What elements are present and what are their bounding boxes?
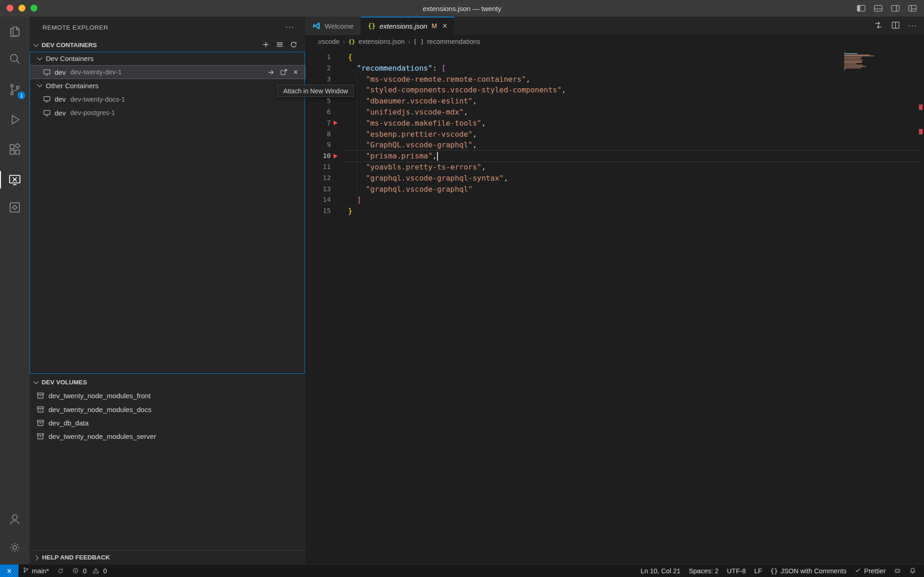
- overview-ruler-mark: [919, 129, 923, 134]
- tab-extensions-json[interactable]: {} extensions.json M: [361, 17, 455, 35]
- search-icon[interactable]: [0, 46, 30, 72]
- section-dev-volumes[interactable]: DEV VOLUMES: [30, 376, 305, 389]
- section-help-feedback[interactable]: HELP AND FEEDBACK: [30, 550, 305, 564]
- code-line-4[interactable]: 4 "styled-components.vscode-styled-compo…: [305, 85, 924, 96]
- json-file-icon: {}: [368, 22, 375, 30]
- code-text: ]: [348, 194, 361, 206]
- code-line-9[interactable]: 9 "GraphQL.vscode-graphql",: [305, 140, 924, 151]
- encoding[interactable]: UTF-8: [723, 565, 750, 577]
- line-number: 2: [305, 63, 331, 74]
- chevron-down-icon: [37, 55, 42, 60]
- breadcrumb-symbol[interactable]: recommendations: [427, 38, 480, 45]
- copilot-icon[interactable]: [890, 565, 905, 577]
- volume-item-dev_twenty_node_modules_docs[interactable]: dev_twenty_node_modules_docs: [30, 402, 305, 416]
- line-number: 7: [305, 118, 331, 129]
- tree-group-other-containers[interactable]: Other Containers: [30, 79, 305, 92]
- git-branch-item[interactable]: main*: [18, 565, 53, 577]
- volume-item-dev_twenty_node_modules_server[interactable]: dev_twenty_node_modules_server: [30, 430, 305, 443]
- code-line-11[interactable]: 11 "yoavbls.pretty-ts-errors",: [305, 162, 924, 173]
- code-text: "prisma.prisma",: [348, 151, 437, 162]
- problems-item[interactable]: 0 0: [68, 565, 111, 577]
- activity-bar: 1: [0, 17, 30, 564]
- close-tab-icon[interactable]: [443, 22, 448, 30]
- section-dev-containers[interactable]: DEV CONTAINERS: [30, 38, 305, 52]
- cursor-position[interactable]: Ln 10, Col 21: [637, 565, 685, 577]
- code-line-7[interactable]: 7 "ms-vscode.makefile-tools",: [305, 118, 924, 129]
- indentation[interactable]: Spaces: 2: [685, 565, 723, 577]
- run-debug-icon[interactable]: [0, 107, 30, 133]
- check-icon: [855, 567, 861, 575]
- chevron-down-icon: [33, 379, 38, 384]
- toggle-primary-sidebar-icon[interactable]: [856, 3, 866, 13]
- code-line-2[interactable]: 2 "recommendations": [: [305, 63, 924, 74]
- git-deleted-marker: [334, 154, 338, 158]
- code-line-3[interactable]: 3 "ms-vscode-remote.remote-containers",: [305, 74, 924, 85]
- code-line-6[interactable]: 6 "unifiedjs.vscode-mdx",: [305, 107, 924, 118]
- line-number: 5: [305, 96, 331, 107]
- remote-explorer-sidebar: REMOTE EXPLORER DEV CONTAINERS Dev Conta…: [30, 17, 305, 564]
- breadcrumb-file[interactable]: extensions.json: [359, 38, 405, 45]
- remote-indicator[interactable]: [0, 565, 18, 577]
- new-container-plus-icon[interactable]: [262, 41, 270, 50]
- volume-icon: [36, 419, 44, 427]
- code-line-12[interactable]: 12 "graphql.vscode-graphql-syntax",: [305, 173, 924, 184]
- code-line-1[interactable]: 1{: [305, 52, 924, 63]
- container-item-dev-twenty-docs-1[interactable]: devdev-twenty-docs-1: [30, 92, 305, 106]
- code-text: }: [348, 206, 353, 217]
- open-changes-icon[interactable]: [874, 20, 883, 32]
- notifications-bell-icon[interactable]: [905, 565, 920, 577]
- window-title: extensions.json — twenty: [0, 0, 924, 17]
- volume-item-dev_db_data[interactable]: dev_db_data: [30, 416, 305, 430]
- code-line-5[interactable]: 5 "dbaeumer.vscode-eslint",: [305, 96, 924, 107]
- volume-icon: [36, 432, 44, 440]
- toggle-panel-icon[interactable]: [873, 3, 883, 13]
- git-modified-badge: M: [432, 22, 437, 30]
- volume-item-dev_twenty_node_modules_front[interactable]: dev_twenty_node_modules_front: [30, 389, 305, 402]
- array-symbol-icon: [ ]: [413, 38, 424, 45]
- code-line-13[interactable]: 13 "graphql.vscode-graphql": [305, 184, 924, 195]
- dev-containers-icon[interactable]: [0, 194, 30, 220]
- section-actions: [262, 41, 305, 50]
- breadcrumb-folder[interactable]: .vscode: [316, 38, 340, 45]
- remote-explorer-icon[interactable]: [0, 167, 30, 193]
- attach-new-window-icon[interactable]: [280, 68, 288, 76]
- vscode-window: extensions.json — twenty 1 REMOTE EXPLOR…: [0, 0, 924, 577]
- line-number: 14: [305, 194, 331, 206]
- volume-icon: [36, 406, 44, 413]
- more-actions-icon[interactable]: [285, 23, 294, 32]
- account-icon[interactable]: [0, 506, 30, 532]
- settings-gear-icon[interactable]: [0, 534, 30, 560]
- toggle-secondary-sidebar-icon[interactable]: [890, 3, 900, 13]
- attach-shell-icon[interactable]: [267, 68, 275, 76]
- explorer-icon[interactable]: [0, 18, 30, 44]
- more-actions-icon[interactable]: [908, 21, 917, 30]
- formatter-item[interactable]: Prettier: [851, 565, 890, 577]
- json-symbol-icon: {}: [348, 38, 355, 45]
- code-text: "ms-vscode.makefile-tools",: [348, 118, 486, 129]
- editor-pane[interactable]: 1{2 "recommendations": [3 "ms-vscode-rem…: [305, 48, 924, 564]
- refresh-icon[interactable]: [290, 41, 298, 50]
- list-view-icon[interactable]: [276, 41, 284, 50]
- code-line-10[interactable]: 10 "prisma.prisma",: [305, 151, 924, 162]
- code-line-8[interactable]: 8 "esbenp.prettier-vscode",: [305, 129, 924, 140]
- eol-selector[interactable]: LF: [750, 565, 766, 577]
- code-text: "graphql.vscode-graphql-syntax",: [348, 173, 508, 184]
- sync-changes-icon[interactable]: [53, 565, 68, 577]
- customize-layout-icon[interactable]: [907, 3, 918, 13]
- container-item-dev-twenty-dev-1[interactable]: devdev-twenty-dev-1: [30, 65, 305, 79]
- code-line-15[interactable]: 15}: [305, 206, 924, 217]
- tree-group-dev-containers[interactable]: Dev Containers: [30, 52, 305, 65]
- minimap[interactable]: [844, 52, 881, 71]
- overview-ruler-mark: [919, 104, 923, 110]
- source-control-icon[interactable]: 1: [0, 77, 30, 103]
- code-line-14[interactable]: 14 ]: [305, 194, 924, 206]
- dev-volumes-list: dev_twenty_node_modules_frontdev_twenty_…: [30, 389, 305, 443]
- container-item-dev-postgres-1[interactable]: devdev-postgres-1: [30, 106, 305, 120]
- line-number: 8: [305, 129, 331, 140]
- tab-welcome[interactable]: Welcome: [305, 17, 361, 35]
- language-mode[interactable]: {} JSON with Comments: [766, 565, 851, 577]
- remove-container-icon[interactable]: [293, 68, 298, 76]
- workbench: 1 REMOTE EXPLORER DEV CONTAINERS: [0, 17, 924, 564]
- extensions-icon[interactable]: [0, 137, 30, 163]
- split-editor-icon[interactable]: [891, 20, 900, 32]
